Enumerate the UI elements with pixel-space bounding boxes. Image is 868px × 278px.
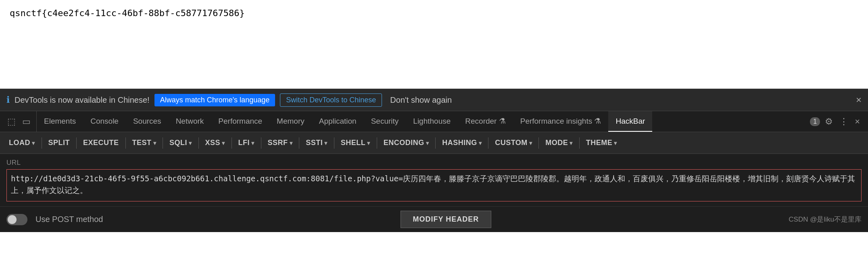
console-badge: 1 bbox=[810, 117, 820, 126]
notification-text: DevTools is now available in Chinese! bbox=[15, 95, 150, 105]
xss-button[interactable]: XSS▾ bbox=[200, 136, 231, 149]
use-post-label: Use POST method bbox=[35, 215, 103, 224]
sep-8 bbox=[299, 137, 299, 149]
custom-button[interactable]: CUSTOM▾ bbox=[489, 136, 538, 149]
tab-right-controls: 1 ⚙ ⋮ × bbox=[805, 111, 866, 132]
lfi-button[interactable]: LFI▾ bbox=[233, 136, 260, 149]
theme-button[interactable]: THEME▾ bbox=[580, 136, 623, 149]
footer-text: CSDN @是liku不是里库 bbox=[789, 215, 862, 224]
post-method-toggle[interactable] bbox=[6, 214, 27, 225]
tab-elements[interactable]: Elements bbox=[37, 111, 83, 132]
tab-memory[interactable]: Memory bbox=[269, 111, 312, 132]
sep-13 bbox=[538, 137, 539, 149]
tab-security[interactable]: Security bbox=[364, 111, 406, 132]
tab-performance[interactable]: Performance bbox=[211, 111, 269, 132]
tab-console[interactable]: Console bbox=[83, 111, 126, 132]
sep-1 bbox=[42, 137, 42, 149]
device-toolbar-icon[interactable]: ▭ bbox=[20, 115, 33, 129]
sep-3 bbox=[125, 137, 126, 149]
sep-9 bbox=[334, 137, 334, 149]
toggle-slider bbox=[6, 214, 27, 225]
tabs-list: Elements Console Sources Network Perform… bbox=[37, 111, 805, 132]
tab-network[interactable]: Network bbox=[169, 111, 211, 132]
sep-11 bbox=[435, 137, 436, 149]
page-content: qsnctf{c4ee2fc4-11cc-46bf-88bf-c58771767… bbox=[0, 0, 868, 89]
sep-12 bbox=[488, 137, 488, 149]
url-input[interactable] bbox=[6, 169, 862, 201]
notification-close-button[interactable]: × bbox=[856, 94, 862, 106]
tab-recorder[interactable]: Recorder ⚗ bbox=[458, 111, 513, 132]
url-section: URL bbox=[0, 154, 868, 206]
execute-button[interactable]: EXECUTE bbox=[77, 136, 125, 149]
sep-5 bbox=[198, 137, 199, 149]
test-button[interactable]: TEST▾ bbox=[127, 136, 162, 149]
tab-application[interactable]: Application bbox=[312, 111, 364, 132]
info-icon: ℹ bbox=[6, 95, 10, 105]
url-label: URL bbox=[6, 159, 862, 167]
sep-2 bbox=[76, 137, 77, 149]
dont-show-link[interactable]: Don't show again bbox=[390, 95, 452, 105]
shell-button[interactable]: SHELL▾ bbox=[335, 136, 376, 149]
tab-performance-insights[interactable]: Performance insights ⚗ bbox=[513, 111, 609, 132]
sep-7 bbox=[261, 137, 261, 149]
tab-lighthouse[interactable]: Lighthouse bbox=[406, 111, 458, 132]
ssrf-button[interactable]: SSRF▾ bbox=[262, 136, 298, 149]
hackbar-toolbar: LOAD▾ SPLIT EXECUTE TEST▾ SQLI▾ XSS▾ LFI… bbox=[0, 132, 868, 154]
close-devtools-icon[interactable]: × bbox=[853, 115, 862, 129]
notification-bar: ℹ DevTools is now available in Chinese! … bbox=[0, 89, 868, 111]
page-text: qsnctf{c4ee2fc4-11cc-46bf-88bf-c58771767… bbox=[10, 8, 245, 18]
bottom-bar: Use POST method MODIFY HEADER CSDN @是lik… bbox=[0, 206, 868, 232]
sqli-button[interactable]: SQLI▾ bbox=[164, 136, 198, 149]
always-match-button[interactable]: Always match Chrome's language bbox=[154, 94, 275, 106]
ssti-button[interactable]: SSTI▾ bbox=[300, 136, 333, 149]
devtools-panel: ℹ DevTools is now available in Chinese! … bbox=[0, 89, 868, 232]
settings-icon[interactable]: ⚙ bbox=[823, 115, 835, 129]
encoding-button[interactable]: ENCODING▾ bbox=[378, 136, 435, 149]
tab-sources[interactable]: Sources bbox=[126, 111, 169, 132]
split-button[interactable]: SPLIT bbox=[43, 136, 76, 149]
switch-devtools-button[interactable]: Switch DevTools to Chinese bbox=[280, 93, 382, 107]
sep-10 bbox=[377, 137, 377, 149]
tab-left-icons: ⬚ ▭ bbox=[2, 111, 37, 132]
tab-bar: ⬚ ▭ Elements Console Sources Network Per… bbox=[0, 111, 868, 132]
hashing-button[interactable]: HASHING▾ bbox=[436, 136, 487, 149]
load-button[interactable]: LOAD▾ bbox=[3, 136, 41, 149]
modify-header-button[interactable]: MODIFY HEADER bbox=[401, 211, 492, 228]
tab-hackbar[interactable]: HackBar bbox=[608, 111, 652, 132]
sep-14 bbox=[579, 137, 580, 149]
more-options-icon[interactable]: ⋮ bbox=[838, 115, 850, 129]
sep-6 bbox=[232, 137, 232, 149]
mode-button[interactable]: MODE▾ bbox=[540, 136, 578, 149]
inspect-element-icon[interactable]: ⬚ bbox=[5, 115, 18, 129]
sep-4 bbox=[163, 137, 163, 149]
